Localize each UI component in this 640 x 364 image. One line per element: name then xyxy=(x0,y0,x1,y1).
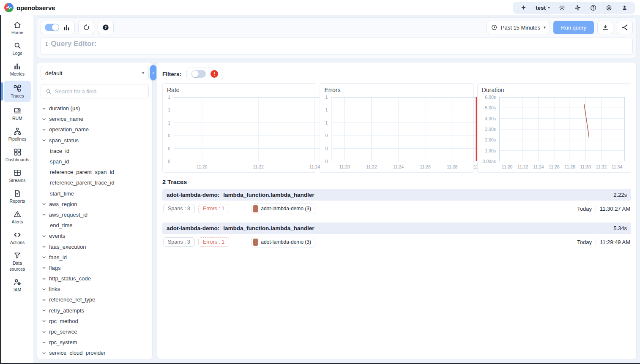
trace-time: 11:30:27 AM xyxy=(600,206,630,212)
histogram-toggle-icon[interactable] xyxy=(63,24,71,31)
collapse-fields-panel-button[interactable]: ‹ xyxy=(150,65,156,80)
sidebar-item-metrics[interactable]: Metrics xyxy=(4,60,31,79)
sidebar-item-actions[interactable]: Actions xyxy=(4,228,31,247)
y-tick-label: 0 xyxy=(163,133,170,138)
sidebar-item-pipelines[interactable]: Pipelines xyxy=(4,125,31,144)
search-icon xyxy=(13,41,22,50)
query-editor[interactable]: 1 Query Editor: xyxy=(41,38,633,54)
field-rpc-service[interactable]: rpc_service xyxy=(41,326,149,337)
sidebar-item-home[interactable]: Home xyxy=(4,19,31,37)
field-list[interactable]: duration (µs)service_nameoperation_names… xyxy=(41,102,149,356)
run-query-button[interactable]: Run query xyxy=(553,21,594,34)
chart-plot-area[interactable] xyxy=(331,97,467,161)
stream-select[interactable]: default ▾ xyxy=(41,66,149,80)
field-retry-attempts[interactable]: retry_attempts xyxy=(41,305,149,316)
workspace: default ▾ duration (µs)service_nameopera… xyxy=(37,62,637,359)
y-tick-label: 0 xyxy=(320,146,328,151)
field-reference-ref-type[interactable]: reference_ref_type xyxy=(41,294,149,305)
trace-item[interactable]: adot-lambda-demo:lambda_function.lambda_… xyxy=(162,223,631,250)
chart-plot-area[interactable] xyxy=(174,97,310,161)
field-service-name[interactable]: service_name xyxy=(41,114,149,124)
field-label: events xyxy=(49,233,65,239)
x-tick-label: 11:26 xyxy=(415,164,435,169)
field-aws-request-id[interactable]: aws_request_id xyxy=(41,209,149,220)
field-trace-id[interactable]: trace_id xyxy=(41,146,149,156)
monitor-icon xyxy=(13,106,22,115)
field-rpc-method[interactable]: rpc_method xyxy=(41,316,149,326)
chevron-down-icon xyxy=(41,106,46,111)
error-indicator-badge[interactable]: ! xyxy=(211,70,218,78)
y-tick-label: 1 xyxy=(163,107,170,112)
org-selector[interactable]: test ▾ xyxy=(536,5,550,11)
brand-logo[interactable]: openobserve xyxy=(4,3,55,12)
trace-header: adot-lambda-demo:lambda_function.lambda_… xyxy=(162,223,631,234)
download-button[interactable] xyxy=(597,21,613,34)
pipelines-icon xyxy=(13,127,22,136)
field-span-id[interactable]: span_id xyxy=(41,156,149,167)
field-end-time[interactable]: end_time xyxy=(41,220,149,231)
field-operation-name[interactable]: operation_name xyxy=(41,124,149,135)
field-reference-parent-span-id[interactable]: reference_parent_span_id xyxy=(41,167,149,177)
field-label: rpc_method xyxy=(49,318,78,324)
settings-button[interactable] xyxy=(605,4,613,11)
sidebar-item-rum[interactable]: RUM xyxy=(4,104,31,123)
profile-button[interactable] xyxy=(621,4,628,11)
field-links[interactable]: links xyxy=(41,284,149,294)
field-faas-id[interactable]: faas_id xyxy=(41,252,149,263)
x-tick-label: 11:22 xyxy=(361,164,382,169)
field-label: span_status xyxy=(49,137,79,144)
download-icon xyxy=(602,24,609,31)
field-label: faas_id xyxy=(49,254,67,261)
sidebar-item-alerts[interactable]: Alerts xyxy=(4,208,31,226)
sidebar-item-dashboards[interactable]: Dashboards xyxy=(4,146,31,164)
field-faas-execution[interactable]: faas_execution xyxy=(41,241,149,252)
sidebar-item-data-sources[interactable]: Data sources xyxy=(4,249,31,273)
y-tick-label: 6.00s xyxy=(478,95,496,100)
toggle-knob xyxy=(52,24,59,31)
ai-sparkle-button[interactable] xyxy=(520,4,527,11)
sidebar-item-traces[interactable]: Traces xyxy=(4,81,31,102)
share-button[interactable] xyxy=(617,21,633,34)
field-aws-region[interactable]: aws_region xyxy=(41,199,149,209)
field-reference-parent-trace-id[interactable]: reference_parent_trace_id xyxy=(41,177,149,188)
service-chip-label: adot-lambda-demo (3) xyxy=(261,239,311,245)
sidebar-item-iam[interactable]: IAM xyxy=(4,276,31,294)
field-span-status[interactable]: span_status xyxy=(41,135,149,146)
errors-badge: Errors : 1 xyxy=(198,204,229,213)
sidebar-item-label: Pipelines xyxy=(8,136,27,142)
sidebar-item-reports[interactable]: Reports xyxy=(4,187,31,206)
time-range-selector[interactable]: Past 15 Minutes ▾ xyxy=(487,21,550,34)
line-number: 1 xyxy=(45,41,48,46)
traces-icon xyxy=(13,84,22,92)
sidebar-item-streams[interactable]: Streams xyxy=(4,166,31,185)
field-search-input[interactable] xyxy=(55,88,144,95)
slack-button[interactable] xyxy=(574,4,581,11)
trace-item[interactable]: adot-lambda-demo:lambda_function.lambda_… xyxy=(162,189,631,217)
service-color-swatch xyxy=(253,205,258,212)
refresh-interval-button[interactable] xyxy=(78,21,94,34)
chart-rate: Rate11100011:2011:2211:2411:2611:2811:30… xyxy=(162,83,316,173)
chart-plot-area[interactable] xyxy=(499,97,625,161)
traces-count: 2 Traces xyxy=(162,179,631,185)
theme-toggle-button[interactable] xyxy=(558,4,566,11)
field-events[interactable]: events xyxy=(41,231,149,241)
filters-toggle[interactable] xyxy=(191,70,206,78)
field-rpc-system[interactable]: rpc_system xyxy=(41,337,149,348)
x-tick-label: 11:28 xyxy=(442,164,462,169)
chart-errors: Errors11100011:2011:2211:2411:2611:2811:… xyxy=(320,83,473,173)
y-tick-label: 1 xyxy=(320,95,328,100)
query-help-button[interactable]: ? xyxy=(98,21,114,34)
field-duration-s[interactable]: duration (µs) xyxy=(41,103,149,114)
sidebar-item-logs[interactable]: Logs xyxy=(4,39,31,58)
sidebar-item-label: Traces xyxy=(11,93,24,99)
field-http-status-code[interactable]: http_status_code xyxy=(41,273,149,284)
sidebar-item-label: Logs xyxy=(13,51,22,56)
sql-mode-toggle[interactable] xyxy=(45,24,59,31)
help-button[interactable] xyxy=(590,4,597,11)
field-start-time[interactable]: start_time xyxy=(41,188,149,199)
chevron-down-icon xyxy=(41,340,46,345)
window-frame-left xyxy=(0,15,1,364)
field-service-cloud-provider[interactable]: service_cloud_provider xyxy=(41,348,149,356)
trace-duration: 5.34s xyxy=(613,225,627,231)
field-flags[interactable]: flags xyxy=(41,263,149,273)
